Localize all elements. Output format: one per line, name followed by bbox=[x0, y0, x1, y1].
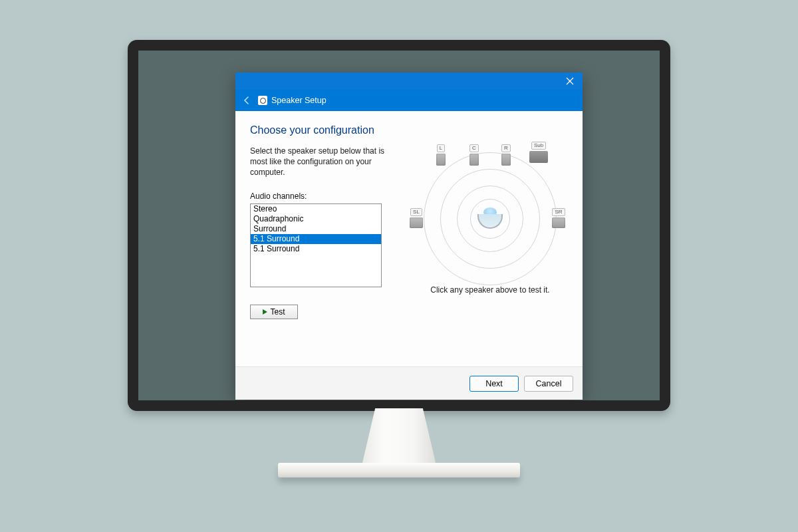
diagram-hint: Click any speaker above to test it. bbox=[412, 285, 568, 295]
audio-channels-listbox[interactable]: StereoQuadraphonicSurround5.1 Surround5.… bbox=[250, 203, 382, 287]
listener-icon bbox=[477, 207, 503, 230]
monitor-frame: Speaker Setup Choose your configuration … bbox=[128, 40, 670, 411]
monitor-stand-neck bbox=[362, 408, 436, 466]
speaker-front-right[interactable]: R bbox=[501, 144, 511, 166]
speaker-setup-dialog: Speaker Setup Choose your configuration … bbox=[235, 72, 583, 400]
audio-channel-option[interactable]: Stereo bbox=[251, 204, 381, 214]
monitor-stand-base bbox=[278, 463, 520, 477]
cancel-button[interactable]: Cancel bbox=[524, 376, 573, 392]
audio-channel-option[interactable]: Surround bbox=[251, 224, 381, 234]
page-heading: Choose your configuration bbox=[250, 124, 568, 136]
next-button-label: Next bbox=[485, 379, 503, 388]
close-button[interactable] bbox=[564, 75, 576, 87]
audio-channel-option[interactable]: 5.1 Surround bbox=[251, 244, 381, 254]
test-button-label: Test bbox=[270, 307, 285, 317]
audio-channel-option[interactable]: 5.1 Surround bbox=[251, 234, 381, 244]
left-column: Select the speaker setup below that is m… bbox=[250, 146, 396, 319]
speaker-center[interactable]: C bbox=[469, 144, 479, 166]
cancel-button-label: Cancel bbox=[536, 379, 562, 388]
dialog-body: Choose your configuration Select the spe… bbox=[235, 111, 583, 366]
titlebar-upper bbox=[235, 72, 583, 90]
right-column: L C R Sub bbox=[412, 146, 568, 319]
speaker-subwoofer[interactable]: Sub bbox=[529, 142, 548, 163]
window-title: Speaker Setup bbox=[271, 96, 327, 105]
next-button[interactable]: Next bbox=[469, 376, 519, 392]
button-bar: Next Cancel bbox=[235, 366, 583, 400]
speaker-side-left[interactable]: SL bbox=[410, 208, 423, 228]
speaker-label-c: C bbox=[469, 144, 479, 152]
audio-channel-option[interactable]: Quadraphonic bbox=[251, 214, 381, 224]
speaker-diagram: L C R Sub bbox=[414, 144, 567, 277]
speaker-label-sr: SR bbox=[552, 208, 565, 216]
speaker-label-l: L bbox=[437, 144, 445, 152]
description-text: Select the speaker setup below that is m… bbox=[250, 146, 396, 178]
speaker-icon bbox=[258, 96, 267, 105]
play-icon bbox=[263, 309, 267, 315]
speaker-side-right[interactable]: SR bbox=[552, 208, 565, 228]
test-button[interactable]: Test bbox=[250, 305, 298, 319]
monitor-screen: Speaker Setup Choose your configuration … bbox=[138, 51, 660, 400]
back-button[interactable] bbox=[239, 93, 254, 108]
speaker-label-r: R bbox=[501, 144, 511, 152]
speaker-front-left[interactable]: L bbox=[436, 144, 446, 166]
audio-channels-label: Audio channels: bbox=[250, 192, 396, 201]
speaker-label-sub: Sub bbox=[531, 142, 546, 150]
titlebar: Speaker Setup bbox=[235, 90, 583, 111]
speaker-label-sl: SL bbox=[410, 208, 422, 216]
